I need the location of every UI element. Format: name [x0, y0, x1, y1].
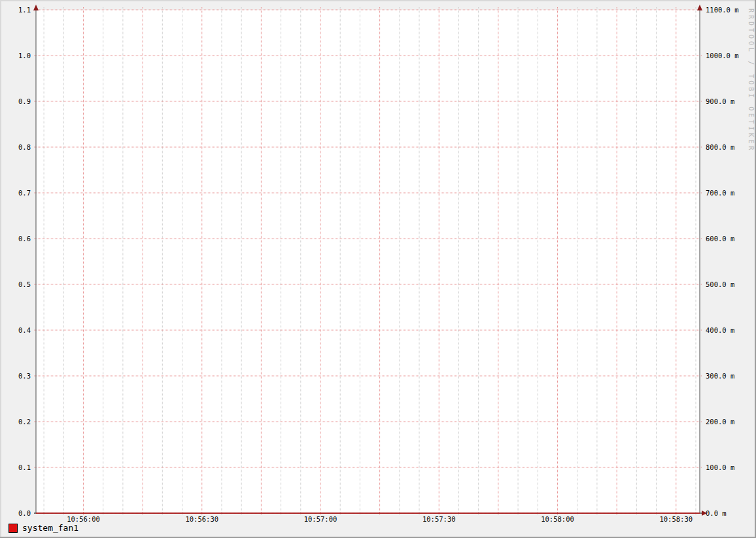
bevel-border-left	[0, 0, 1, 538]
y-axis-right-tick-label: 200.0 m	[706, 418, 734, 426]
right-axis-arrow-icon	[697, 5, 702, 10]
x-axis-tick-label: 10:56:00	[67, 515, 100, 523]
left-axis-arrow-icon	[33, 5, 39, 10]
y-axis-left-tick-label: 0.2	[18, 418, 31, 426]
y-axis-left-tick-label: 1.1	[18, 6, 31, 14]
y-axis-left-tick-label: 0.9	[18, 97, 31, 105]
x-axis-tick-label: 10:56:30	[185, 515, 218, 523]
y-axis-left-tick-label: 0.6	[18, 235, 31, 243]
y-axis-right-tick-label: 1100.0 m	[706, 6, 739, 14]
plot-area	[36, 10, 700, 513]
bevel-border-top	[0, 0, 756, 1]
legend-swatch-system-fan1	[9, 524, 18, 533]
y-axis-left-tick-label: 0.5	[18, 280, 31, 288]
x-axis-tick-label: 10:58:00	[541, 515, 574, 523]
x-axis-tick-label: 10:58:30	[659, 515, 693, 523]
chart-legend: system_fan1	[9, 523, 78, 533]
rrdtool-graph: 0.00.10.20.30.40.50.60.70.80.91.01.10.0 …	[0, 0, 756, 538]
y-axis-left-tick-label: 0.4	[18, 326, 31, 334]
y-axis-right-tick-label: 800.0 m	[706, 143, 734, 151]
y-axis-right-tick-label: 0.0 m	[706, 509, 727, 517]
y-axis-right-tick-label: 500.0 m	[706, 280, 734, 288]
y-axis-right-tick-label: 900.0 m	[706, 97, 734, 105]
legend-label-system-fan1: system_fan1	[22, 524, 78, 533]
y-axis-left-tick-label: 0.3	[18, 372, 31, 380]
y-axis-right-tick-label: 600.0 m	[706, 235, 734, 243]
chart-canvas: 0.00.10.20.30.40.50.60.70.80.91.01.10.0 …	[0, 0, 756, 538]
y-axis-right-tick-label: 300.0 m	[706, 372, 734, 380]
x-axis-tick-label: 10:57:30	[422, 515, 456, 523]
y-axis-right-tick-label: 700.0 m	[706, 189, 734, 197]
y-axis-right-tick-label: 1000.0 m	[706, 52, 739, 59]
y-axis-left-tick-label: 0.1	[18, 463, 31, 471]
y-axis-left-tick-label: 1.0	[18, 52, 31, 59]
y-axis-right-tick-label: 400.0 m	[706, 326, 734, 334]
rrdtool-watermark: RRDTOOL / TOBI OETIKER	[747, 8, 755, 152]
y-axis-left-tick-label: 0.0	[18, 509, 31, 517]
x-axis-tick-label: 10:57:00	[304, 515, 337, 523]
y-axis-left-tick-label: 0.7	[18, 189, 31, 197]
y-axis-left-tick-label: 0.8	[18, 143, 31, 151]
y-axis-right-tick-label: 100.0 m	[706, 463, 734, 471]
